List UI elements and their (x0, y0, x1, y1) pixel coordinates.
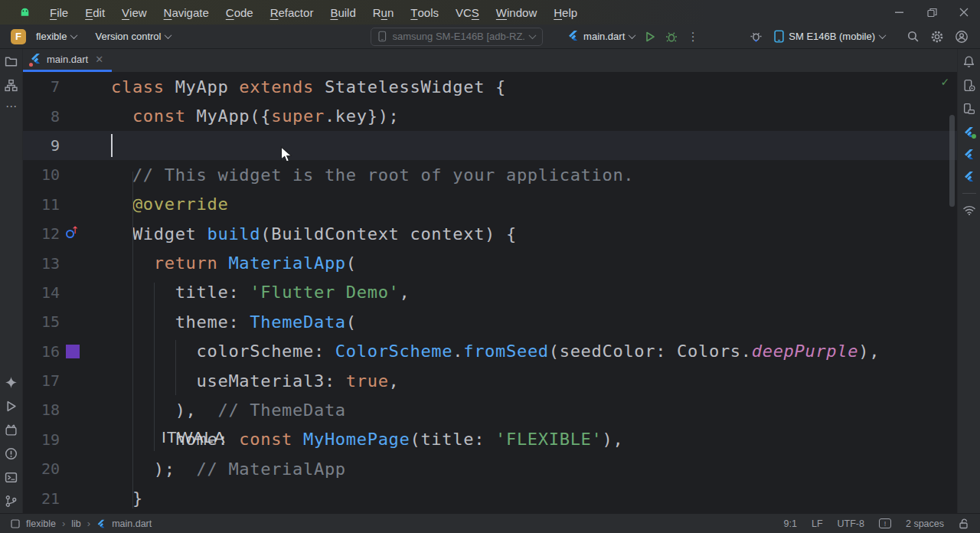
hierarchy-icon[interactable] (5, 79, 18, 92)
menu-item-file[interactable]: File (41, 0, 77, 25)
device-manager-icon[interactable] (962, 103, 975, 116)
target-device-selector[interactable]: SM E146B (mobile) (769, 28, 890, 46)
line-number[interactable]: 9 (23, 136, 60, 155)
run-configuration[interactable]: main.dart (563, 28, 639, 46)
line-separator[interactable]: LF (812, 518, 823, 529)
debug-button[interactable] (661, 28, 682, 46)
line-number[interactable]: 8 (23, 107, 60, 126)
line-number[interactable]: 17 (23, 371, 60, 390)
code-line-7[interactable]: 7class MyApp extends StatelessWidget { (23, 72, 957, 101)
inspection-widget-icon[interactable]: ! (879, 518, 891, 528)
gemini-icon[interactable] (5, 376, 18, 389)
line-number[interactable]: 11 (23, 195, 60, 214)
flutter-performance-icon[interactable] (963, 126, 975, 138)
chevron-down-icon (165, 31, 172, 39)
right-tool-strip (957, 49, 980, 513)
watermark: ITWALA (162, 428, 225, 446)
code-text: const MyApp({super.key}); (111, 106, 957, 126)
editor-scrollbar[interactable] (949, 115, 955, 207)
project-selector[interactable]: flexible (31, 28, 81, 46)
line-number[interactable]: 20 (23, 459, 60, 478)
code-line-18[interactable]: 18 ), // ThemeData (23, 395, 957, 424)
line-number[interactable]: 16 (23, 342, 60, 361)
network-wifi-icon[interactable] (962, 204, 976, 216)
phone-icon (378, 31, 387, 42)
code-text: } (111, 489, 957, 508)
device-selector[interactable]: samsung SM-E146B [adb-RZ... (371, 28, 543, 46)
run-button[interactable] (639, 28, 661, 46)
minimize-button[interactable] (884, 0, 916, 25)
close-tab-icon[interactable]: ✕ (93, 54, 103, 65)
breadcrumb-flexible[interactable]: flexible (26, 518, 56, 529)
code-line-14[interactable]: 14 title: 'Flutter Demo', (23, 278, 957, 307)
vcs-widget[interactable]: Version control (90, 28, 175, 46)
menu-item-refactor[interactable]: Refactor (262, 0, 322, 25)
menu-item-navigate[interactable]: Navigate (155, 0, 217, 25)
logcat-icon[interactable] (5, 423, 18, 437)
line-number[interactable]: 10 (23, 165, 60, 184)
more-actions-button[interactable]: ⋮ (682, 28, 704, 46)
profile-button[interactable] (951, 28, 972, 46)
project-folder-icon[interactable] (5, 55, 18, 68)
tab-main-dart[interactable]: main.dart ✕ (23, 49, 112, 72)
inspection-ok-icon[interactable]: ✓ (941, 76, 950, 88)
running-devices-icon[interactable] (962, 79, 975, 92)
menu-item-tools[interactable]: Tools (402, 0, 447, 25)
code-line-8[interactable]: 8 const MyApp({super.key}); (23, 101, 957, 130)
window-controls (884, 0, 980, 25)
code-line-9[interactable]: 9 (23, 131, 957, 160)
code-line-12[interactable]: 12↑ Widget build(BuildContext context) { (23, 219, 957, 248)
restore-button[interactable] (916, 0, 948, 25)
line-number[interactable]: 13 (23, 254, 60, 273)
line-number[interactable]: 18 (23, 401, 60, 419)
flutter-attach-icon[interactable] (745, 28, 766, 46)
indent-setting[interactable]: 2 spaces (906, 518, 944, 529)
code-text: class MyApp extends StatelessWidget { (111, 77, 957, 96)
search-everywhere-button[interactable] (902, 28, 923, 46)
close-button[interactable] (948, 0, 980, 25)
line-number[interactable]: 7 (23, 77, 60, 96)
settings-button[interactable] (926, 28, 948, 46)
breadcrumb-main-dart[interactable]: main.dart (112, 518, 152, 529)
menu-item-window[interactable]: Window (488, 0, 545, 25)
code-line-21[interactable]: 21 } (23, 483, 957, 512)
menu-item-view[interactable]: View (113, 0, 155, 25)
menu-item-run[interactable]: Run (364, 0, 403, 25)
version-control-icon[interactable] (5, 495, 18, 508)
line-number[interactable]: 14 (23, 283, 60, 302)
code-line-15[interactable]: 15 theme: ThemeData( (23, 307, 957, 336)
breadcrumbs: flexible›lib› main.dart (11, 518, 152, 529)
code-line-17[interactable]: 17 useMaterial3: true, (23, 366, 957, 395)
breadcrumb-lib[interactable]: lib (71, 518, 81, 529)
main-toolbar: F flexible Version control samsung SM-E1… (0, 25, 980, 49)
menu-item-help[interactable]: Help (545, 0, 586, 25)
menu-item-code[interactable]: Code (217, 0, 262, 25)
flutter-inspector-icon[interactable] (963, 171, 975, 182)
code-line-10[interactable]: 10 // This widget is the root of your ap… (23, 160, 957, 189)
more-tool-windows-icon[interactable]: ⋯ (5, 103, 17, 110)
code-text: title: 'Flutter Demo', (111, 283, 957, 302)
line-number[interactable]: 12 (23, 224, 60, 243)
override-marker-icon[interactable]: ↑ (66, 230, 74, 238)
color-preview-swatch[interactable] (66, 345, 80, 358)
line-number[interactable]: 15 (23, 312, 60, 331)
menu-item-build[interactable]: Build (322, 0, 364, 25)
menu-item-vcs[interactable]: VCS (447, 0, 488, 25)
code-line-20[interactable]: 20 ); // MaterialApp (23, 454, 957, 483)
lock-open-icon[interactable] (959, 518, 969, 529)
problems-icon[interactable] (5, 447, 18, 460)
terminal-icon[interactable] (5, 471, 18, 484)
flutter-outline-icon[interactable] (963, 149, 975, 160)
line-number[interactable]: 19 (23, 430, 60, 449)
file-encoding[interactable]: UTF-8 (838, 518, 864, 529)
run-tool-icon[interactable] (5, 400, 18, 413)
code-line-11[interactable]: 11 @override (23, 190, 957, 219)
code-line-16[interactable]: 16 colorScheme: ColorScheme.fromSeed(see… (23, 337, 957, 366)
flutter-icon (567, 30, 579, 44)
menu-item-edit[interactable]: Edit (77, 0, 113, 25)
code-line-13[interactable]: 13 return MaterialApp( (23, 248, 957, 277)
caret-position[interactable]: 9:1 (784, 518, 797, 529)
code-editor[interactable]: 7class MyApp extends StatelessWidget {8 … (23, 72, 957, 513)
notifications-bell-icon[interactable] (962, 55, 975, 68)
line-number[interactable]: 21 (23, 489, 60, 508)
